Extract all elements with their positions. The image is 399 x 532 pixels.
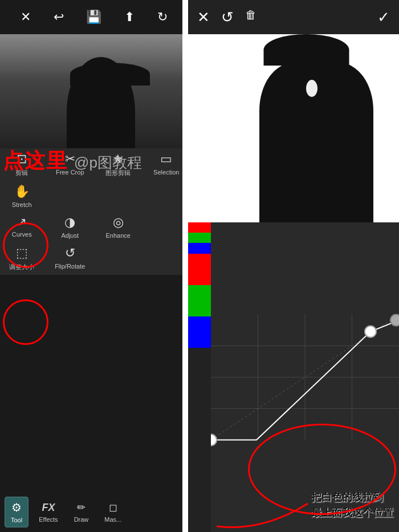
right-panel: ✕ ↺ 🗑 ✓ <box>188 0 399 532</box>
curve-svg <box>211 222 399 532</box>
save-icon[interactable]: 💾 <box>86 10 101 25</box>
close-icon[interactable]: ✕ <box>21 10 31 25</box>
silhouette-bg <box>0 34 188 148</box>
tool-empty-2b <box>48 181 92 212</box>
share-icon[interactable]: ⬆ <box>124 10 135 25</box>
watermark-text: @p图教程 <box>74 153 142 173</box>
curves-editor: 把白色的线拉到 最上面我这个位置 <box>188 222 399 532</box>
mask-icon: ◻ <box>109 501 117 514</box>
tools-row-2: ✋ Stretch <box>0 181 188 212</box>
curves-label: Curves <box>12 231 32 238</box>
tool-empty-4d <box>145 242 189 275</box>
left-panel: ✕ ↩ 💾 ⬆ ↻ 点这里 @p图教程 ⊡ 剪辑 ✂ Free Crop ★ 图… <box>0 0 188 532</box>
curves-icon: ↗ <box>17 215 27 229</box>
draw-label: Draw <box>74 516 89 523</box>
annotation-pointer-text: 点这里 <box>3 147 68 175</box>
resize-label: 调整大小 <box>9 263 34 271</box>
curve-grid[interactable] <box>211 222 399 532</box>
svg-point-8 <box>211 434 217 446</box>
tool-empty-3d <box>145 212 189 242</box>
red-arrow-annotation <box>205 498 319 532</box>
tool-settings-icon: ⚙ <box>11 501 22 514</box>
tool-curves[interactable]: ↗ Curves <box>0 212 44 242</box>
photo-preview <box>0 34 188 148</box>
tool-effects[interactable]: FX Effects <box>33 498 63 526</box>
undo-icon[interactable]: ↩ <box>54 10 64 25</box>
right-confirm-icon[interactable]: ✓ <box>377 9 390 26</box>
blue-bar[interactable] <box>188 316 211 348</box>
enhance-icon: ◎ <box>113 215 124 230</box>
right-toolbar: ✕ ↺ 🗑 ✓ <box>188 0 399 34</box>
effects-label: Effects <box>39 516 58 523</box>
bottom-tools-bar: ⚙ Tool FX Effects ✏ Draw ◻ Mas... <box>0 492 188 532</box>
tool-draw[interactable]: ✏ Draw <box>68 498 95 526</box>
tools-row-4: ⬚ 调整大小 ↺ Flip/Rotate <box>0 242 188 275</box>
right-delete-icon[interactable]: 🗑 <box>245 9 256 26</box>
tool-flip-rotate[interactable]: ↺ Flip/Rotate <box>48 242 92 275</box>
left-toolbar: ✕ ↩ 💾 ⬆ ↻ <box>0 0 188 34</box>
svg-point-7 <box>365 326 376 338</box>
stretch-label: Stretch <box>12 201 32 208</box>
tool-adjust[interactable]: ◑ Adjust <box>48 212 92 242</box>
instruction-text: 把白色的线拉到 最上面我这个位置 <box>311 490 393 521</box>
rgb-combined-bar[interactable] <box>188 222 211 254</box>
tools-row-3: ↗ Curves ◑ Adjust ◎ Enhance <box>0 212 188 242</box>
adjust-label: Adjust <box>61 232 79 239</box>
tool-selection[interactable]: ▭ Selection <box>145 148 189 181</box>
flip-rotate-icon: ↺ <box>65 246 75 261</box>
selection-icon: ▭ <box>160 152 172 166</box>
right-toolbar-left: ✕ ↺ 🗑 <box>197 9 256 26</box>
selection-label: Selection <box>153 169 179 176</box>
tool-empty-2d <box>145 181 189 212</box>
right-silhouette <box>188 34 399 222</box>
draw-icon: ✏ <box>77 501 85 514</box>
right-close-icon[interactable]: ✕ <box>197 9 210 26</box>
adjust-icon: ◑ <box>64 215 75 230</box>
green-bar[interactable] <box>188 285 211 316</box>
red-bar[interactable] <box>188 254 211 285</box>
tool-empty-4c <box>96 242 140 275</box>
tool-resize[interactable]: ⬚ 调整大小 <box>0 242 44 275</box>
panel-separator <box>182 0 188 532</box>
flip-rotate-label: Flip/Rotate <box>55 263 85 270</box>
redo-icon[interactable]: ↻ <box>157 10 168 25</box>
right-photo-area <box>188 34 399 222</box>
tool-label: Tool <box>11 517 22 523</box>
tool-stretch[interactable]: ✋ Stretch <box>0 181 44 212</box>
stretch-icon: ✋ <box>14 184 30 199</box>
tool-empty-2c <box>96 181 140 212</box>
enhance-label: Enhance <box>106 232 131 239</box>
right-refresh-icon[interactable]: ↺ <box>221 9 234 26</box>
svg-point-9 <box>390 315 399 326</box>
tool-mask[interactable]: ◻ Mas... <box>99 498 127 526</box>
color-bars-panel <box>188 222 211 348</box>
silhouette-brim <box>291 60 337 68</box>
tool-tool[interactable]: ⚙ Tool <box>5 497 28 527</box>
effects-icon: FX <box>42 502 55 514</box>
mask-label: Mas... <box>104 516 121 523</box>
resize-icon: ⬚ <box>16 246 28 261</box>
tool-enhance[interactable]: ◎ Enhance <box>96 212 140 242</box>
